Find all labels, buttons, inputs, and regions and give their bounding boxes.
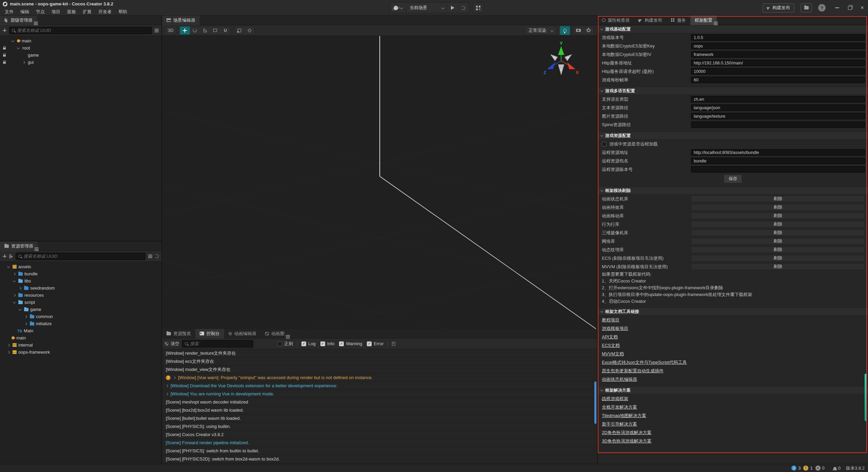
remove-module-button[interactable]: 剔除 <box>691 247 865 253</box>
remove-module-button[interactable]: 剔除 <box>691 204 865 211</box>
input-图片资源路径[interactable] <box>691 113 865 119</box>
chevron-collapsed-icon[interactable] <box>7 351 9 353</box>
console-tab-动画图[interactable]: 动画图 <box>261 329 289 338</box>
asset-item-game[interactable]: game <box>0 306 161 313</box>
checkbox-Info[interactable]: ✓ <box>320 341 325 346</box>
doc-link-MVVM文档[interactable]: MVVM文档 <box>602 351 624 357</box>
menu-item-开发者[interactable]: 开发者 <box>95 8 115 16</box>
asset-item-common[interactable]: common <box>0 313 161 320</box>
input-游戏每秒帧率[interactable] <box>691 77 865 83</box>
console-log-row[interactable]: [Scene] Cocos Creator v3.8.2 <box>162 431 597 439</box>
remove-module-button[interactable]: 剔除 <box>691 255 865 261</box>
section-header-游戏资源配置[interactable]: 游戏资源配置 <box>598 132 868 140</box>
anchor-pivot-button[interactable] <box>234 26 244 35</box>
status-notifications[interactable]: 0 <box>833 466 841 471</box>
open-project-folder-button[interactable] <box>801 3 812 13</box>
scale-tool-button[interactable] <box>200 26 210 35</box>
doc-link-ECS文档[interactable]: ECS文档 <box>602 342 620 349</box>
assets-menu-icon[interactable] <box>35 248 39 251</box>
section-header-游戏多语言配置[interactable]: 游戏多语言配置 <box>598 87 868 95</box>
preview-device-dropdown[interactable] <box>390 3 406 13</box>
chevron-collapsed-icon[interactable] <box>7 343 9 346</box>
refresh-assets-icon[interactable] <box>155 254 159 258</box>
asset-item-initialize[interactable]: initialize <box>0 320 161 327</box>
clear-console-button[interactable]: 清空 <box>165 341 179 347</box>
console-log-row[interactable]: ![Window] [Vue warn]: Property "onInput"… <box>162 374 597 382</box>
expand-chevron-icon[interactable] <box>165 384 168 387</box>
status-warning-counter[interactable]: ! 1 <box>803 466 812 471</box>
asset-item-resources[interactable]: resources <box>0 292 161 299</box>
filter-Info[interactable]: ✓Info <box>320 341 335 346</box>
assets-search-input[interactable] <box>23 254 143 259</box>
asset-item-seedrandom[interactable]: seedrandom <box>0 284 161 292</box>
menu-item-帮助[interactable]: 帮助 <box>115 8 131 16</box>
render-mode-dropdown[interactable]: 正常渲染 <box>525 26 557 35</box>
doc-link-教程项目[interactable]: 教程项目 <box>602 317 619 323</box>
inspector-tab-属性检查器[interactable]: 属性检查器 <box>598 16 634 25</box>
doc-link-Tiledmap地图解决方案[interactable]: Tiledmap地图解决方案 <box>602 413 646 419</box>
chevron-expanded-icon[interactable] <box>13 279 15 282</box>
console-menu-icon[interactable] <box>286 335 290 338</box>
console-tab-动画编辑器[interactable]: 动画编辑器 <box>224 329 261 338</box>
inspector-tab-框架配置[interactable]: 框架配置 <box>690 16 717 25</box>
menu-item-扩展[interactable]: 扩展 <box>79 8 95 16</box>
scene-settings-button[interactable] <box>584 26 594 35</box>
remove-module-button[interactable]: 剔除 <box>691 230 865 236</box>
doc-link-2D角色扮演游戏解决方案[interactable]: 2D角色扮演游戏解决方案 <box>602 430 652 436</box>
console-search-input[interactable] <box>190 341 251 346</box>
input-Http服务器地址[interactable] <box>691 60 865 66</box>
input-远程资源包名[interactable] <box>691 158 865 164</box>
rect-tool-button[interactable] <box>210 26 220 35</box>
remove-module-button[interactable]: 剔除 <box>691 221 865 228</box>
remote-load-checkbox[interactable] <box>602 142 607 146</box>
scene-camera-button[interactable] <box>573 26 584 35</box>
hierarchy-node-main[interactable]: main <box>0 37 161 44</box>
chevron-collapsed-icon[interactable] <box>22 61 25 63</box>
hierarchy-node-game[interactable]: game <box>0 52 161 59</box>
console-tab-资源预览[interactable]: 资源预览 <box>162 329 195 338</box>
regex-toggle[interactable]: 正则 <box>277 341 293 347</box>
assets-filter-icon[interactable] <box>148 255 152 258</box>
asset-item-script[interactable]: script <box>0 299 161 306</box>
reload-button[interactable] <box>458 3 469 13</box>
console-log-row[interactable]: [Window] render_texture文件夹存在 <box>162 349 597 357</box>
chevron-collapsed-icon[interactable] <box>18 287 21 289</box>
input-Spine资源路径[interactable] <box>691 121 865 128</box>
section-header-框架解决方案[interactable]: 框架解决方案 <box>598 386 868 394</box>
console-scrollbar[interactable] <box>594 381 596 424</box>
menu-item-项目[interactable]: 项目 <box>48 8 64 16</box>
console-log-row[interactable]: [Scene] Forward render pipeline initiali… <box>162 439 597 447</box>
input-本地数据CryptoES加密Key[interactable] <box>691 43 865 49</box>
doc-link-动画状态机编辑器[interactable]: 动画状态机编辑器 <box>602 376 637 382</box>
doc-link-新手引导解决方案[interactable]: 新手引导解决方案 <box>602 421 637 427</box>
console-log-row[interactable]: [Scene] [PHYSICS2D]: switch from box2d-w… <box>162 455 597 463</box>
console-log-row[interactable]: [Scene] [box2d]:box2d wasm lib loaded. <box>162 406 597 414</box>
sort-assets-icon[interactable] <box>9 254 13 258</box>
remove-module-button[interactable]: 剔除 <box>691 213 865 219</box>
inspector-menu-icon[interactable] <box>714 22 718 25</box>
doc-link-战棋游戏框架[interactable]: 战棋游戏框架 <box>602 396 628 402</box>
filter-Warning[interactable]: ✓Warning <box>339 341 362 346</box>
doc-link-全栈开发解决方案[interactable]: 全栈开发解决方案 <box>602 404 637 410</box>
status-info-counter[interactable]: i 3 <box>791 466 801 471</box>
menu-item-节点[interactable]: 节点 <box>33 8 48 16</box>
filter-Error[interactable]: ✓Error <box>367 341 383 346</box>
hierarchy-tab[interactable]: 层级管理器 <box>0 16 37 25</box>
close-button[interactable]: × <box>861 6 864 10</box>
transform-gizmo-button[interactable]: U <box>220 26 231 35</box>
section-header-框架模块剔除[interactable]: 框架模块剔除 <box>598 186 868 195</box>
asset-item-oops-framework[interactable]: oops-framework <box>0 349 161 356</box>
console-log-row[interactable]: [Window] ecs文件夹存在 <box>162 357 597 366</box>
chevron-collapsed-icon[interactable] <box>13 272 15 275</box>
console-tab-控制台[interactable]: 控制台 <box>195 329 224 338</box>
regex-checkbox[interactable] <box>277 341 282 346</box>
create-node-button[interactable] <box>3 28 6 32</box>
asset-item-bundle[interactable]: bundle <box>0 270 161 277</box>
menu-item-编辑[interactable]: 编辑 <box>17 8 33 16</box>
remove-module-button[interactable]: 剔除 <box>691 238 865 244</box>
chevron-collapsed-icon[interactable] <box>24 322 27 325</box>
hierarchy-menu-icon[interactable] <box>34 22 38 25</box>
menu-item-面板[interactable]: 面板 <box>64 8 79 16</box>
inspector-scrollbar[interactable] <box>865 374 867 421</box>
move-tool-button[interactable] <box>180 26 190 35</box>
